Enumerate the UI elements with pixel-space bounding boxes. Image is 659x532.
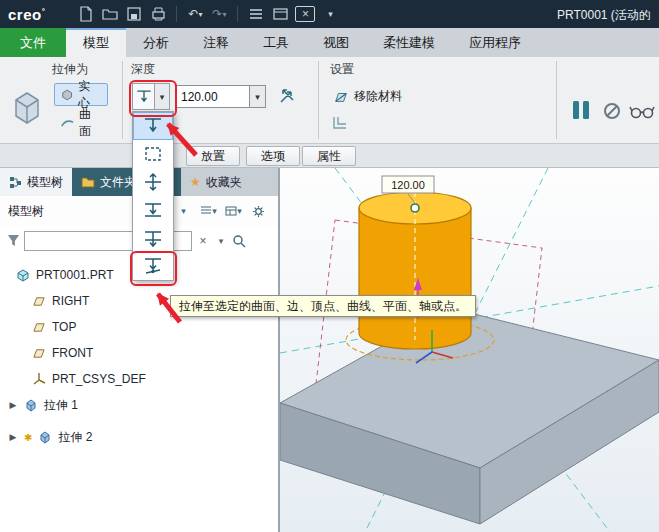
tree-filters-icon[interactable]: ▾ <box>222 201 245 222</box>
datum-plane-icon <box>32 347 46 360</box>
tab-model[interactable]: 模型 <box>66 28 126 57</box>
creo-logo: creo° <box>8 6 45 23</box>
to-selected-depth-icon <box>141 256 165 276</box>
depth-value-input[interactable] <box>176 85 250 108</box>
depth-value-combo: ▾ <box>176 85 266 108</box>
tab-applications[interactable]: 应用程序 <box>452 28 538 57</box>
list-icon[interactable] <box>247 4 265 24</box>
dashboard-tab-strip: 放置 选项 属性 <box>0 144 659 168</box>
group-separator <box>556 61 557 139</box>
main-area: 模型树 文件夹浏览器 ★ 收藏夹 模型树 ▾ ▾ ▾ <box>0 168 659 532</box>
csys-icon <box>32 372 46 386</box>
pause-icon[interactable] <box>568 97 594 123</box>
dashboard-tab-properties[interactable]: 属性 <box>302 146 356 166</box>
document-title: PRT0001 (活动的 <box>557 7 651 24</box>
tab-analysis[interactable]: 分析 <box>126 28 186 57</box>
title-bar: creo° ↶▾ ↷▾ × ▾ <box>0 0 659 28</box>
model-tree-title: 模型树 <box>8 203 44 220</box>
symmetric-depth-icon <box>141 172 165 192</box>
verify-glasses-icon[interactable] <box>628 101 656 121</box>
tree-row-csys[interactable]: PRT_CSYS_DEF <box>0 366 278 392</box>
creo-window: creo° ↶▾ ↷▾ × ▾ <box>0 0 659 532</box>
3d-scene: 120.00 <box>280 168 659 532</box>
depth-option-through-all[interactable] <box>133 224 173 252</box>
filter-funnel-icon[interactable] <box>6 234 20 248</box>
dashboard-tab-placement[interactable]: 放置 <box>186 146 240 166</box>
solid-button[interactable]: 实心 <box>54 83 108 106</box>
print-icon[interactable] <box>149 4 167 24</box>
titlebar-separator <box>176 6 177 22</box>
depth-option-to-selected[interactable] <box>133 252 173 280</box>
expander-icon[interactable]: ▶ <box>8 400 18 410</box>
tab-annotate[interactable]: 注释 <box>186 28 246 57</box>
depth-option-blind[interactable] <box>133 112 173 140</box>
undo-icon[interactable]: ↶▾ <box>186 4 204 24</box>
tree-expand-menu-icon[interactable]: ▾ <box>172 201 195 222</box>
group-label-depth: 深度 <box>131 61 155 78</box>
tab-model-tree[interactable]: 模型树 <box>0 168 72 196</box>
depth-options-dropdown <box>132 111 174 281</box>
titlebar-chevron-down-icon[interactable]: ▾ <box>321 4 339 24</box>
ribbon-tab-bar: 文件 模型 分析 注释 工具 视图 柔性建模 应用程序 <box>0 28 659 57</box>
graphics-viewport[interactable]: 120.00 <box>280 168 659 532</box>
redo-icon[interactable]: ↷▾ <box>210 4 228 24</box>
thicken-sketch-icon[interactable] <box>330 113 350 131</box>
dimension-value[interactable]: 120.00 <box>391 179 425 191</box>
expander-icon[interactable]: ▶ <box>8 432 18 442</box>
remove-material-icon <box>333 90 349 104</box>
extrude-icon <box>24 398 38 412</box>
close-window-icon[interactable]: × <box>295 6 315 22</box>
tab-flexible-modeling[interactable]: 柔性建模 <box>366 28 452 57</box>
model-tree: PRT0001.PRT RIGHT TOP FRONT PRT_CSYS_DEF <box>0 256 278 450</box>
filter-chevron-down-icon[interactable]: ▾ <box>214 236 228 246</box>
part-icon <box>16 268 30 282</box>
group-label-settings: 设置 <box>330 61 354 78</box>
tab-tools[interactable]: 工具 <box>246 28 306 57</box>
group-label-extrude-as: 拉伸为 <box>52 61 88 78</box>
depth-option-to-next[interactable] <box>133 196 173 224</box>
no-preview-icon[interactable] <box>602 101 622 121</box>
window-icon[interactable] <box>271 4 289 24</box>
depth-type-split-button[interactable]: ▾ <box>132 83 170 110</box>
tab-view[interactable]: 视图 <box>306 28 366 57</box>
remove-material-button[interactable]: 移除材料 <box>326 85 409 108</box>
star-icon: ★ <box>190 175 201 189</box>
to-next-depth-icon <box>141 200 165 220</box>
filter-clear-icon[interactable]: × <box>196 234 210 248</box>
datum-plane-icon <box>32 295 46 308</box>
surface-button[interactable]: 曲面 <box>54 111 108 134</box>
depth-option-symmetric[interactable] <box>133 168 173 196</box>
depth-drag-handle[interactable] <box>411 204 419 212</box>
tree-row-datum-front[interactable]: FRONT <box>0 340 278 366</box>
folder-icon <box>81 176 95 188</box>
extrude-dashboard: 拉伸为 实心 曲面 深度 ▾ ▾ 设置 移除材料 <box>0 57 659 144</box>
open-icon[interactable] <box>101 4 119 24</box>
depth-type-blind-icon[interactable] <box>132 83 155 110</box>
solid-icon <box>61 88 73 101</box>
surface-icon <box>61 117 74 129</box>
tree-row-datum-top[interactable]: TOP <box>0 314 278 340</box>
through-all-depth-icon <box>141 228 165 248</box>
tooltip: 拉伸至选定的曲面、边、顶点、曲线、平面、轴或点。 <box>170 295 476 317</box>
boxed-depth-icon <box>141 144 165 164</box>
group-separator <box>122 61 123 139</box>
depth-type-dropdown-arrow[interactable]: ▾ <box>155 83 170 110</box>
depth-option-boxed[interactable] <box>133 140 173 168</box>
active-feature-asterisk-icon: ✱ <box>24 432 32 443</box>
tree-row-extrude-1[interactable]: ▶ 拉伸 1 <box>0 392 278 418</box>
tree-show-menu-icon[interactable]: ▾ <box>197 201 220 222</box>
save-icon[interactable] <box>125 4 143 24</box>
flip-direction-icon[interactable] <box>276 85 298 107</box>
tab-file[interactable]: 文件 <box>0 28 66 57</box>
group-separator <box>318 61 319 139</box>
extrude-icon <box>38 430 52 444</box>
tree-settings-gear-icon[interactable] <box>247 201 270 222</box>
tab-favorites[interactable]: ★ 收藏夹 <box>181 168 251 196</box>
filter-search-icon[interactable] <box>232 234 246 248</box>
titlebar-separator <box>237 6 238 22</box>
dashboard-tab-options[interactable]: 选项 <box>246 146 300 166</box>
extrude-feature-icon <box>8 79 46 133</box>
depth-value-dropdown-arrow[interactable]: ▾ <box>250 85 266 108</box>
new-document-icon[interactable] <box>77 4 95 24</box>
tree-row-extrude-2[interactable]: ▶ ✱ 拉伸 2 <box>0 424 278 450</box>
